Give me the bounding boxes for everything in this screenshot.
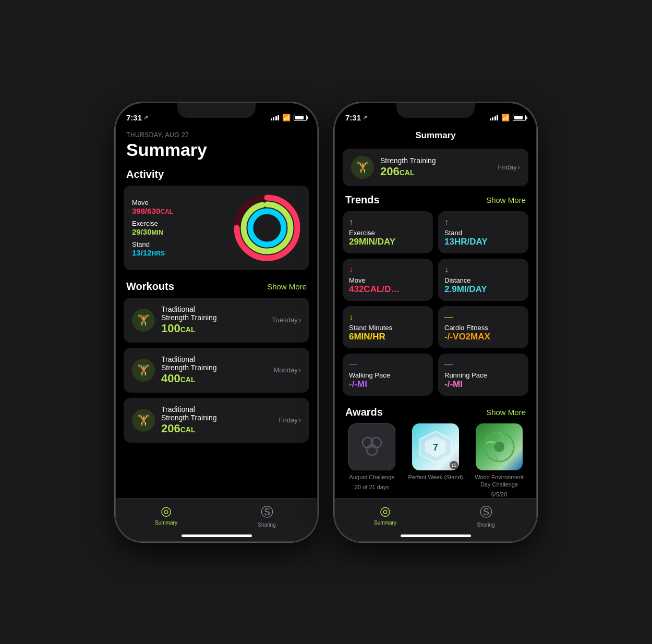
summary-tab-label-left: Summary — [155, 520, 177, 526]
signal-bar-4 — [277, 115, 279, 120]
cardio-value: -/-VO2MAX — [444, 332, 522, 342]
exercise-label: Exercise — [132, 220, 173, 227]
tab-summary-right[interactable]: ◎ Summary — [335, 504, 436, 531]
tabs-row-right: ◎ Summary Ⓢ Sharing — [335, 499, 536, 531]
running-label: Running Pace — [444, 371, 522, 379]
activity-card[interactable]: Move 398/630CAL Exercise 29/30MIN — [124, 186, 309, 270]
move-trend-label: Move — [349, 276, 427, 284]
workout-icon-bg-1: 🏋 — [132, 309, 155, 332]
workout-card-3[interactable]: 🏋 TraditionalStrength Training 206CAL Fr… — [124, 398, 309, 443]
award-august-name: August Challenge — [349, 473, 395, 481]
trends-show-more[interactable]: Show More — [486, 196, 526, 204]
workouts-title: Workouts — [126, 281, 174, 293]
tab-summary-left[interactable]: ◎ Summary — [116, 504, 216, 531]
exercise-arrow: ↑ — [349, 217, 427, 227]
activity-title: Activity — [126, 168, 164, 180]
battery-fill-left — [295, 116, 304, 119]
workout-cal-3: 206CAL — [161, 422, 273, 435]
move-trend-value: 432CAL/D… — [349, 284, 427, 295]
award-perfect[interactable]: 7 15 Perfect Week (Stand) — [406, 423, 465, 498]
home-indicator-right — [401, 534, 471, 537]
trends-grid: ↑ Exercise 29MIN/DAY ↑ Stand 13HR/DAY ↓ … — [343, 211, 528, 396]
time-right: 7:31 — [345, 113, 361, 122]
workout-info-1: TraditionalStrength Training 100CAL — [161, 305, 265, 335]
stand-label: Stand — [132, 240, 173, 248]
signal-bar-1 — [271, 118, 272, 120]
top-workout-cal: 206CAL — [380, 165, 492, 178]
signal-bars-left — [271, 115, 280, 120]
top-workout-icon-bg: 🏋 — [351, 156, 374, 179]
page-title-left: Summary — [126, 140, 307, 160]
trend-move[interactable]: ↓ Move 432CAL/D… — [343, 259, 433, 301]
workout-icon-bg-2: 🏋 — [132, 359, 155, 382]
strength-icon-3: 🏋 — [137, 414, 150, 427]
sharing-tab-icon-left: Ⓢ — [261, 504, 273, 520]
right-phone: 7:31 ↗ 📶 — [334, 102, 537, 542]
top-workout-card[interactable]: 🏋 Strength Training 206CAL Friday › — [343, 149, 528, 186]
battery-icon-right — [513, 115, 526, 121]
activity-stats: Move 398/630CAL Exercise 29/30MIN — [132, 199, 173, 257]
award-world-sub: 6/5/20 — [491, 491, 508, 497]
screen-left[interactable]: THURSDAY, AUG 27 Summary Activity Move 3… — [116, 126, 317, 498]
perfect-badge-svg: 7 — [417, 429, 454, 465]
award-badge-august — [348, 423, 395, 470]
move-arrow: ↓ — [349, 265, 427, 274]
trend-distance[interactable]: ↓ Distance 2.9MI/DAY — [438, 259, 528, 301]
status-icons-right: 📶 — [490, 114, 526, 121]
workout-card-2[interactable]: 🏋 TraditionalStrength Training 400CAL Mo… — [124, 348, 309, 393]
award-world[interactable]: World Environment Day Challenge 6/5/20 — [470, 423, 528, 498]
signal-bar-r1 — [490, 118, 491, 120]
stand-min-arrow: ↓ — [349, 312, 427, 322]
signal-bar-r2 — [492, 117, 493, 120]
tab-sharing-left[interactable]: Ⓢ Sharing — [216, 504, 317, 531]
home-indicator-left — [182, 534, 252, 537]
time-left: 7:31 — [126, 113, 142, 122]
exercise-trend-label: Exercise — [349, 229, 427, 237]
august-badge-svg — [356, 431, 388, 463]
svg-text:7: 7 — [433, 442, 438, 453]
sharing-tab-icon-right: Ⓢ — [480, 504, 492, 520]
workout-icon-bg-3: 🏋 — [132, 409, 155, 432]
move-label: Move — [132, 199, 173, 206]
move-stat: Move 398/630CAL — [132, 199, 173, 215]
trend-exercise[interactable]: ↑ Exercise 29MIN/DAY — [343, 211, 433, 253]
cardio-label: Cardio Fitness — [444, 324, 522, 332]
top-workout-info: Strength Training 206CAL — [380, 156, 492, 178]
trends-section-header: Trends Show More — [335, 194, 536, 206]
location-icon-left: ↗ — [143, 114, 148, 121]
awards-show-more[interactable]: Show More — [486, 408, 526, 417]
workout-info-3: TraditionalStrength Training 206CAL — [161, 405, 273, 435]
left-header: THURSDAY, AUG 27 Summary — [116, 126, 317, 160]
walking-label: Walking Pace — [349, 371, 427, 379]
trend-cardio[interactable]: — Cardio Fitness -/-VO2MAX — [438, 306, 528, 348]
workout-name-3: TraditionalStrength Training — [161, 405, 273, 422]
location-icon-right: ↗ — [363, 114, 367, 121]
top-workout-day: Friday › — [498, 163, 520, 171]
summary-tab-icon-left: ◎ — [161, 504, 172, 518]
award-august[interactable]: August Challenge 20 of 21 days — [343, 423, 401, 498]
workout-day-2: Monday › — [273, 366, 301, 374]
workout-name-1: TraditionalStrength Training — [161, 305, 265, 322]
trend-running[interactable]: — Running Pace -/-MI — [438, 354, 528, 396]
trend-walking[interactable]: — Walking Pace -/-MI — [343, 354, 433, 396]
workout-day-3: Friday › — [279, 416, 301, 424]
workouts-show-more[interactable]: Show More — [267, 282, 307, 291]
distance-trend-value: 2.9MI/DAY — [444, 284, 522, 295]
trend-stand-minutes[interactable]: ↓ Stand Minutes 6MIN/HR — [343, 306, 433, 348]
trend-stand[interactable]: ↑ Stand 13HR/DAY — [438, 211, 528, 253]
stand-arrow: ↑ — [444, 217, 522, 227]
tab-sharing-right[interactable]: Ⓢ Sharing — [436, 504, 536, 531]
battery-fill-right — [514, 116, 523, 119]
award-perfect-name: Perfect Week (Stand) — [408, 473, 463, 481]
award-world-name: World Environment Day Challenge — [470, 473, 528, 489]
distance-trend-label: Distance — [444, 276, 522, 284]
status-bar-left: 7:31 ↗ 📶 — [116, 103, 317, 126]
workout-card-1[interactable]: 🏋 TraditionalStrength Training 100CAL Tu… — [124, 298, 309, 343]
world-badge-svg — [481, 429, 517, 465]
stand-min-value: 6MIN/HR — [349, 332, 427, 342]
activity-rings — [233, 194, 301, 262]
signal-bar-3 — [275, 116, 277, 120]
stand-trend-value: 13HR/DAY — [444, 237, 522, 247]
screen-right[interactable]: Summary 🏋 Strength Training 206CAL Frida — [335, 126, 536, 498]
running-arrow: — — [444, 360, 522, 369]
